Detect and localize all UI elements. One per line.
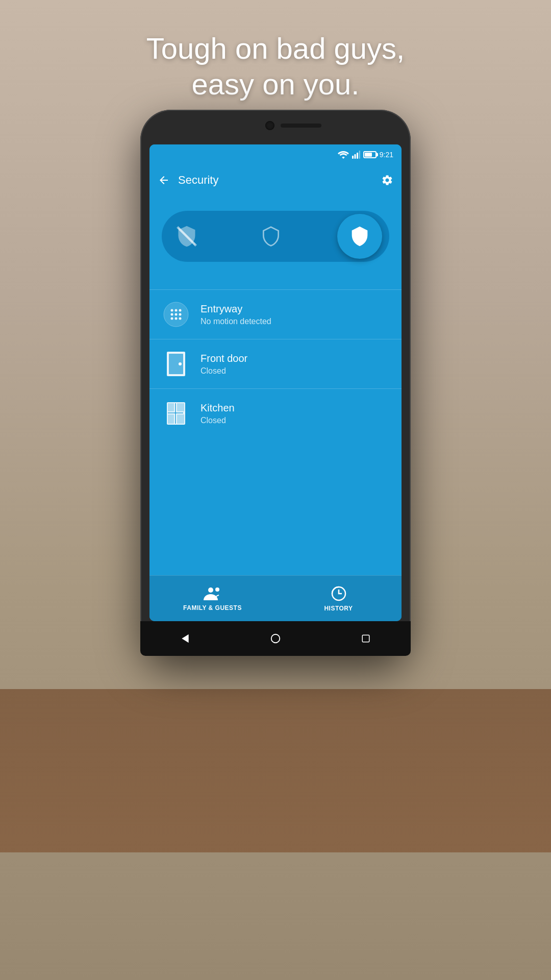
entryway-status: No motion detected xyxy=(201,317,389,326)
svg-rect-24 xyxy=(177,414,184,424)
svg-point-9 xyxy=(171,313,173,316)
door-sensor-icon xyxy=(165,351,187,377)
shield-away-option[interactable] xyxy=(253,218,289,254)
nav-family-guests[interactable]: FAMILY & GUESTS xyxy=(149,576,276,621)
phone-device: 9:21 Security xyxy=(140,110,411,656)
entryway-info: Entryway No motion detected xyxy=(201,303,389,326)
svg-point-7 xyxy=(175,309,178,312)
svg-rect-1 xyxy=(354,154,356,159)
status-time: 9:21 xyxy=(380,151,393,159)
phone-screen: 9:21 Security xyxy=(149,144,402,621)
front-door-status: Closed xyxy=(201,366,389,376)
svg-point-17 xyxy=(179,362,182,365)
svg-rect-22 xyxy=(177,403,184,411)
signal-icon xyxy=(352,151,360,159)
kitchen-icon-container xyxy=(162,399,190,428)
kitchen-info: Kitchen Closed xyxy=(201,402,389,425)
shield-on-option[interactable] xyxy=(337,214,382,259)
svg-point-25 xyxy=(208,587,213,593)
svg-rect-30 xyxy=(362,635,369,642)
svg-point-26 xyxy=(215,587,219,592)
svg-marker-28 xyxy=(182,634,189,643)
phone-camera xyxy=(265,121,274,130)
front-door-name: Front door xyxy=(201,353,389,364)
entryway-icon-container xyxy=(162,300,190,329)
headline-line1: Tough on bad guys, xyxy=(0,31,551,66)
svg-rect-0 xyxy=(352,156,354,159)
settings-button[interactable] xyxy=(381,174,393,186)
device-item-front-door[interactable]: Front door Closed xyxy=(149,339,402,388)
nav-history[interactable]: HISTORY xyxy=(276,576,402,621)
svg-point-8 xyxy=(179,309,182,312)
app-bar: Security xyxy=(149,165,402,195)
svg-rect-20 xyxy=(168,412,183,413)
android-home-button[interactable] xyxy=(266,629,285,648)
svg-point-11 xyxy=(179,313,182,316)
front-door-info: Front door Closed xyxy=(201,353,389,376)
bottom-nav: FAMILY & GUESTS HISTORY xyxy=(149,575,402,621)
svg-point-10 xyxy=(175,313,178,316)
phone-speaker xyxy=(281,124,321,128)
headline: Tough on bad guys, easy on you. xyxy=(0,31,551,102)
security-mode-container xyxy=(149,195,402,274)
shield-off-option[interactable] xyxy=(169,218,205,254)
android-back-button[interactable] xyxy=(176,629,194,648)
screen-content: 9:21 Security xyxy=(149,144,402,621)
kitchen-name: Kitchen xyxy=(201,402,389,414)
svg-point-12 xyxy=(171,317,173,320)
kitchen-status: Closed xyxy=(201,416,389,425)
status-bar: 9:21 xyxy=(149,144,402,165)
motion-sensor-icon xyxy=(163,301,189,328)
svg-rect-2 xyxy=(357,153,358,159)
svg-point-6 xyxy=(171,309,173,312)
device-item-kitchen[interactable]: Kitchen Closed xyxy=(149,388,402,438)
scrollable-content: Entryway No motion detected xyxy=(149,195,402,621)
history-label: HISTORY xyxy=(324,605,353,612)
security-toggle-track[interactable] xyxy=(162,211,389,262)
front-door-icon-container xyxy=(162,350,190,378)
status-icons: 9:21 xyxy=(338,151,393,159)
entryway-name: Entryway xyxy=(201,303,389,315)
svg-rect-21 xyxy=(168,403,174,411)
wifi-icon xyxy=(338,151,349,159)
android-nav xyxy=(140,621,411,656)
svg-rect-23 xyxy=(168,414,174,424)
battery-icon xyxy=(363,151,377,158)
svg-point-13 xyxy=(175,317,178,320)
svg-point-29 xyxy=(271,634,280,643)
page-title: Security xyxy=(178,174,373,187)
svg-point-14 xyxy=(179,317,182,320)
back-button[interactable] xyxy=(158,174,170,186)
devices-list: Entryway No motion detected xyxy=(149,289,402,438)
people-icon xyxy=(204,586,222,601)
android-recents-button[interactable] xyxy=(357,629,375,648)
history-icon xyxy=(331,585,347,602)
background-furniture xyxy=(0,689,551,852)
window-sensor-icon xyxy=(165,400,187,427)
svg-rect-3 xyxy=(359,151,360,159)
device-item-entryway[interactable]: Entryway No motion detected xyxy=(149,289,402,339)
family-guests-label: FAMILY & GUESTS xyxy=(183,604,242,611)
headline-line2: easy on you. xyxy=(0,66,551,102)
